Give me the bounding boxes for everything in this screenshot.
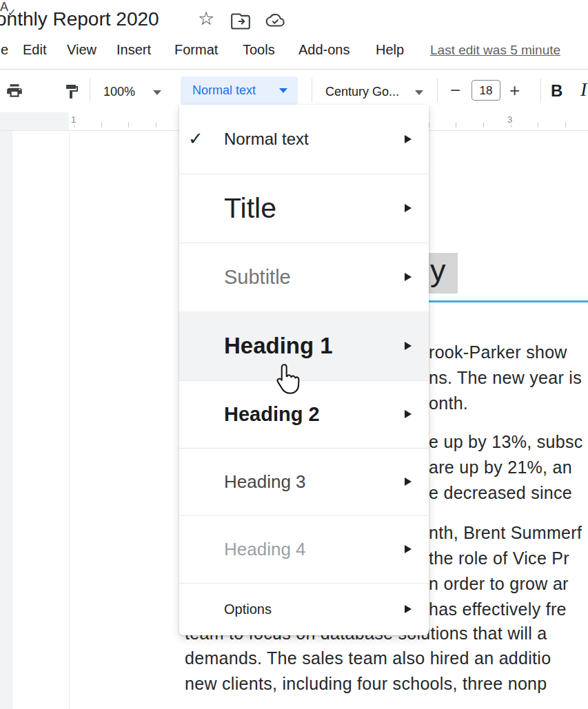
style-option-label: Title: [224, 192, 276, 225]
submenu-arrow-icon: [405, 135, 412, 143]
font-selected-value: Century Go...: [325, 85, 399, 99]
menu-addons[interactable]: Add-ons: [298, 42, 350, 58]
style-option-subtitle[interactable]: Subtitle: [179, 243, 429, 311]
submenu-arrow-icon: [405, 342, 412, 350]
ruler-margin-zone: [0, 112, 69, 130]
submenu-arrow-icon: [405, 477, 412, 486]
chevron-down-icon: [415, 90, 423, 95]
style-option-normal-text[interactable]: ✓ Normal text: [179, 105, 429, 174]
move-folder-icon[interactable]: [231, 13, 250, 32]
document-text-line[interactable]: has effectively fre: [429, 599, 567, 619]
menu-format[interactable]: Format: [174, 42, 218, 58]
document-text-line[interactable]: e up by 13%, subsc: [429, 432, 583, 452]
style-option-heading-4[interactable]: Heading 4: [179, 515, 429, 583]
ruler-mark-3: 3: [505, 114, 514, 125]
print-icon[interactable]: [6, 82, 23, 103]
menu-help[interactable]: Help: [376, 42, 404, 58]
paragraph-styles-menu: ✓ Normal text Title Subtitle Heading 1 H…: [179, 105, 429, 635]
spellcheck-check: ✓: [8, 6, 17, 19]
style-option-heading-1[interactable]: Heading 1: [179, 311, 429, 380]
style-option-title[interactable]: Title: [179, 174, 429, 243]
submenu-arrow-icon: [405, 204, 412, 212]
document-text-line[interactable]: demands. The sales team also hired an ad…: [185, 648, 551, 668]
bold-button[interactable]: B: [551, 81, 562, 101]
document-text-line[interactable]: onth.: [429, 393, 468, 413]
submenu-arrow-icon: [405, 273, 412, 281]
document-text-line[interactable]: ns. The new year is: [429, 368, 582, 388]
style-option-label: Heading 2: [224, 403, 320, 426]
divider: [540, 79, 541, 102]
menu-view[interactable]: View: [67, 42, 97, 58]
styles-selected-value: Normal text: [192, 83, 256, 98]
menu-file-partial[interactable]: e: [1, 42, 8, 58]
divider: [312, 79, 312, 102]
styles-selector[interactable]: Normal text: [181, 76, 298, 105]
canvas-gutter: [0, 131, 12, 709]
document-text-line[interactable]: nth, Brent Summerf: [429, 523, 582, 543]
document-text-line[interactable]: are up by 21%, an: [429, 458, 572, 477]
style-option-label: Options: [224, 602, 272, 617]
submenu-arrow-icon: [405, 545, 412, 553]
check-icon: ✓: [188, 128, 203, 150]
star-icon[interactable]: ☆: [198, 10, 214, 28]
document-title[interactable]: onthly Report 2020: [0, 8, 159, 30]
menu-edit[interactable]: Edit: [23, 42, 46, 58]
divider: [0, 69, 588, 70]
cursor-pointer-icon: [272, 363, 300, 398]
italic-button[interactable]: I: [580, 79, 587, 101]
divider: [90, 79, 90, 102]
style-option-heading-2[interactable]: Heading 2: [179, 380, 429, 448]
style-option-label: Heading 1: [224, 333, 333, 359]
page-left-edge: [69, 131, 70, 709]
last-edit-status[interactable]: Last edit was 5 minute: [430, 43, 560, 58]
google-docs-window: onthly Report 2020 ☆ e Edit View Insert …: [0, 0, 588, 709]
document-text-line[interactable]: e decreased since: [429, 483, 572, 503]
zoom-selector[interactable]: 100%: [101, 83, 164, 102]
decrease-font-size-button[interactable]: −: [450, 80, 460, 101]
submenu-arrow-icon: [405, 605, 412, 613]
style-option-label: Normal text: [224, 130, 309, 149]
document-text-line[interactable]: rook-Parker show: [429, 342, 567, 362]
style-option-label: Subtitle: [224, 266, 291, 289]
style-option-label: Heading 3: [224, 471, 306, 493]
increase-font-size-button[interactable]: +: [509, 80, 520, 101]
font-size-field[interactable]: 18: [472, 80, 500, 101]
chevron-down-icon: [153, 90, 161, 95]
style-option-heading-3[interactable]: Heading 3: [179, 448, 429, 515]
document-text-line[interactable]: n order to grow ar: [429, 574, 569, 594]
style-option-label: Heading 4: [224, 539, 306, 560]
heading-fragment: y: [430, 253, 446, 289]
font-selector[interactable]: Century Go...: [324, 83, 427, 102]
zoom-value: 100%: [103, 85, 135, 99]
document-text-line[interactable]: new clients, including four schools, thr…: [185, 674, 547, 694]
submenu-arrow-icon: [405, 410, 412, 418]
ruler-mark-1: 1: [69, 114, 78, 125]
paint-format-icon[interactable]: [63, 83, 80, 103]
document-text-line[interactable]: the role of Vice Pr: [429, 548, 569, 568]
chevron-down-icon: [279, 88, 287, 93]
cloud-status-icon: [265, 14, 286, 32]
style-option-options[interactable]: Options: [179, 583, 429, 635]
menu-insert[interactable]: Insert: [116, 42, 151, 58]
divider: [437, 79, 438, 102]
menu-tools[interactable]: Tools: [243, 42, 275, 58]
